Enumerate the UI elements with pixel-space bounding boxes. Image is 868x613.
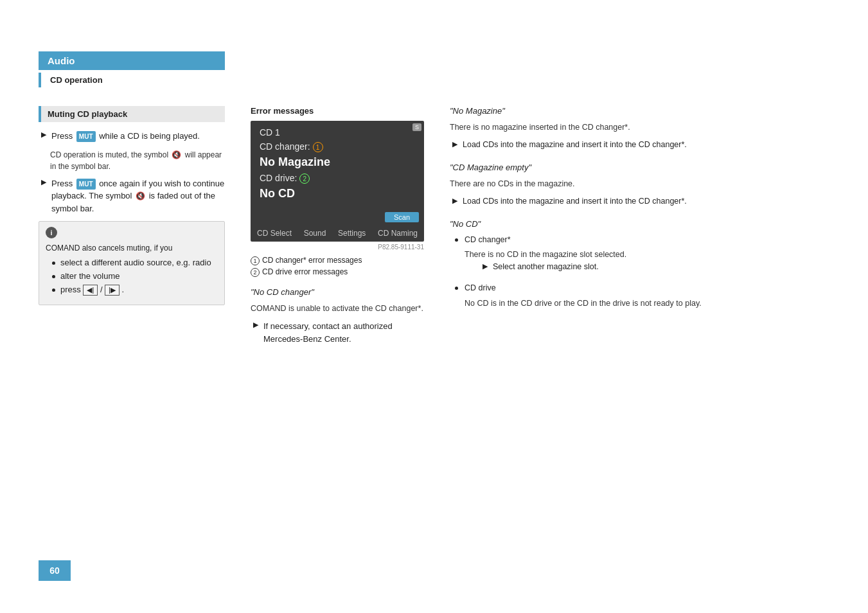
changer-label-row: CD changer: 1 xyxy=(260,141,415,153)
changer-status: No Magazine xyxy=(260,155,415,169)
cd-magazine-empty-bullet-text: Load CDs into the magazine and insert it… xyxy=(463,195,687,208)
no-cd-changer-title: "No CD changer" xyxy=(251,287,424,297)
footnote-1: 1 CD changer* error messages xyxy=(251,256,424,265)
mut-badge-1: MUT xyxy=(76,131,96,142)
arrow-icon-right-2: ▶ xyxy=(452,197,457,205)
no-cd-changer-text: COMAND is unable to activate the CD chan… xyxy=(251,302,424,315)
no-cd-dot-1-content: CD changer* There is no CD in the magazi… xyxy=(465,234,626,278)
left-column: Muting CD playback ▶ Press MUT while a C… xyxy=(39,106,225,313)
no-cd-changer-bullet: ▶ If necessary, contact an authorized Me… xyxy=(251,320,424,345)
next-button-icon: |▶ xyxy=(105,285,120,296)
info-text: COMAND also cancels muting, if you xyxy=(46,242,218,254)
no-cd-dot-2-content: CD drive No CD is in the CD drive or the… xyxy=(465,282,702,310)
indent-text-1: CD operation is muted, the symbol 🔇 will… xyxy=(50,149,225,172)
no-magazine-section: "No Magazine" There is no magazine inser… xyxy=(450,106,822,151)
cd-magazine-empty-bullet: ▶ Load CDs into the magazine and insert … xyxy=(452,195,822,208)
no-cd-changer-bullet-text: If necessary, contact an authorized Merc… xyxy=(263,320,424,345)
dot-bullet-2 xyxy=(52,275,55,278)
no-cd-section: "No CD" CD changer* There is no CD in th… xyxy=(450,219,822,310)
dot-bullet-3 xyxy=(52,289,55,292)
cd1-label: CD 1 xyxy=(260,127,280,138)
no-cd-title: "No CD" xyxy=(450,219,822,229)
dot-text-1: select a different audio source, e.g. ra… xyxy=(60,258,211,267)
bullet-item-2: ▶ Press MUT once again if you wish to co… xyxy=(39,177,225,215)
drive-label: CD drive: xyxy=(260,173,297,183)
dot-bullet-1 xyxy=(52,262,55,265)
header-audio-title: Audio xyxy=(39,51,225,70)
no-cd-dot-1-text: There is no CD in the magazine slot sele… xyxy=(465,248,626,261)
right-dot-1 xyxy=(455,238,458,242)
bullet-item-1: ▶ Press MUT while a CD is being played. xyxy=(39,130,225,143)
mute-symbol-2: 🔇 xyxy=(136,190,145,202)
arrow-icon-mid: ▶ xyxy=(253,321,258,329)
settings-btn[interactable]: Settings xyxy=(338,229,366,238)
changer-label: CD changer: xyxy=(260,141,310,152)
right-dot-2 xyxy=(455,287,458,290)
mute-symbol-1: 🔇 xyxy=(172,149,181,161)
cd-display-screen: S CD 1 CD changer: 1 No Magazine CD driv… xyxy=(251,121,424,209)
right-column: "No Magazine" There is no magazine inser… xyxy=(450,106,822,321)
middle-column: Error messages S CD 1 CD changer: 1 No M… xyxy=(251,106,424,351)
cd-magazine-empty-section: "CD Magazine empty" There are no CDs in … xyxy=(450,163,822,208)
cd-scan-bar: Scan xyxy=(251,209,424,225)
cd-bottom-bar: CD Select Sound Settings CD Naming xyxy=(251,225,424,242)
info-icon: i xyxy=(46,227,57,238)
no-magazine-title: "No Magazine" xyxy=(450,106,822,116)
footnote-text-2: CD drive error messages xyxy=(262,267,348,276)
dot-text-2: alter the volume xyxy=(60,271,120,281)
no-cd-sub-bullet: ▶ Select another magazine slot. xyxy=(483,261,626,273)
drive-label-row: CD drive: 2 xyxy=(260,173,415,184)
no-cd-changer-section: "No CD changer" COMAND is unable to acti… xyxy=(251,287,424,345)
footnote-circle-2: 2 xyxy=(251,268,260,277)
header-section: Audio CD operation xyxy=(39,51,225,87)
prev-button-icon: ◀| xyxy=(83,285,98,296)
no-magazine-text: There is no magazine inserted in the CD … xyxy=(450,121,822,134)
info-box: i COMAND also cancels muting, if you sel… xyxy=(39,221,225,305)
bullet-text-1: Press MUT while a CD is being played. xyxy=(51,130,200,143)
cd-magazine-empty-title: "CD Magazine empty" xyxy=(450,163,822,172)
scan-button[interactable]: Scan xyxy=(385,212,419,222)
drive-status: No CD xyxy=(260,187,415,200)
dot-text-3: press ◀| / |▶ . xyxy=(60,285,124,296)
arrow-icon-right-3: ▶ xyxy=(483,262,488,271)
bullet-text-2: Press MUT once again if you wish to cont… xyxy=(51,177,225,215)
cd1-row: CD 1 xyxy=(260,127,415,139)
dot-item-1: select a different audio source, e.g. ra… xyxy=(52,258,218,267)
no-cd-sub-bullet-text: Select another magazine slot. xyxy=(493,261,599,273)
mut-badge-2: MUT xyxy=(76,179,96,190)
arrow-icon-1: ▶ xyxy=(41,130,46,139)
cd-magazine-empty-text: There are no CDs in the magazine. xyxy=(450,177,822,190)
drive-circle-num: 2 xyxy=(299,173,310,184)
cd-select-btn[interactable]: CD Select xyxy=(257,229,292,238)
muting-section-title: Muting CD playback xyxy=(39,106,225,122)
no-cd-dot-2-label: CD drive xyxy=(465,282,702,294)
sound-btn[interactable]: Sound xyxy=(304,229,326,238)
changer-circle-num: 1 xyxy=(313,142,323,152)
footnote-circle-1: 1 xyxy=(251,256,260,265)
error-messages-title: Error messages xyxy=(251,106,424,116)
no-cd-dot-1-label: CD changer* xyxy=(465,234,626,246)
no-magazine-bullet-text: Load CDs into the magazine and insert it… xyxy=(463,139,687,151)
page-number: 60 xyxy=(39,560,71,581)
footnote-2: 2 CD drive error messages xyxy=(251,267,424,277)
no-cd-dot-1: CD changer* There is no CD in the magazi… xyxy=(455,234,822,278)
arrow-icon-2: ▶ xyxy=(41,178,46,186)
changer-block: CD changer: 1 No Magazine xyxy=(260,141,415,169)
no-magazine-bullet: ▶ Load CDs into the magazine and insert … xyxy=(452,139,822,151)
footnote-text-1: CD changer* error messages xyxy=(262,256,362,265)
dot-item-2: alter the volume xyxy=(52,271,218,281)
drive-block: CD drive: 2 No CD xyxy=(260,173,415,200)
image-reference: P82.85-9111-31 xyxy=(251,244,424,251)
no-cd-dot-2-text: No CD is in the CD drive or the CD in th… xyxy=(465,297,702,310)
cd-naming-btn[interactable]: CD Naming xyxy=(378,229,418,238)
no-cd-dot-2: CD drive No CD is in the CD drive or the… xyxy=(455,282,822,310)
s-badge: S xyxy=(412,123,421,131)
dot-item-3: press ◀| / |▶ . xyxy=(52,285,218,296)
arrow-icon-right-1: ▶ xyxy=(452,140,457,148)
header-cd-operation: CD operation xyxy=(39,73,225,87)
